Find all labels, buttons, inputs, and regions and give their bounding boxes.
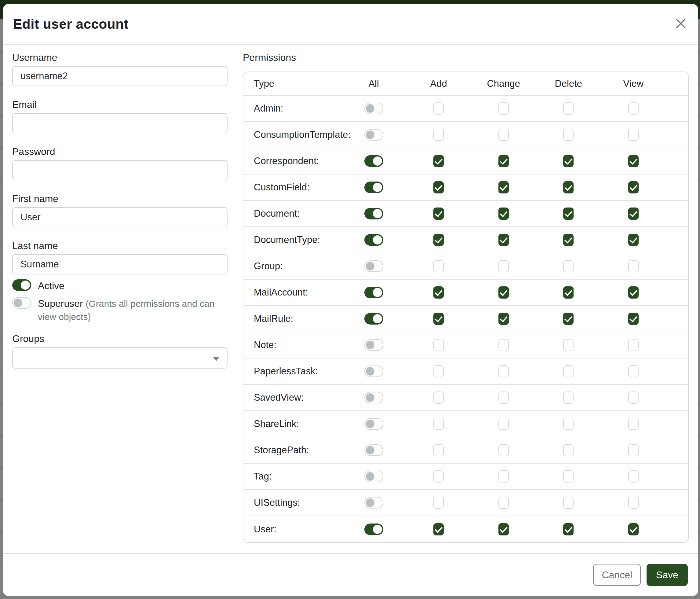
permission-type-label: SavedView:: [243, 384, 341, 411]
permission-all-toggle[interactable]: [364, 287, 383, 298]
permission-add-checkbox[interactable]: [433, 234, 444, 246]
permission-add-checkbox[interactable]: [433, 470, 444, 483]
permission-delete-checkbox[interactable]: [563, 260, 574, 272]
username-input[interactable]: [12, 66, 227, 86]
permission-delete-checkbox[interactable]: [563, 286, 574, 298]
first-name-field[interactable]: [12, 207, 227, 227]
permission-change-checkbox[interactable]: [498, 365, 509, 378]
permission-view-checkbox[interactable]: [628, 365, 639, 378]
permission-delete-checkbox[interactable]: [563, 391, 574, 404]
permission-view-checkbox[interactable]: [628, 260, 639, 272]
superuser-toggle[interactable]: [12, 297, 31, 309]
permission-change-checkbox[interactable]: [498, 102, 509, 115]
permission-row: SavedView:: [243, 384, 688, 411]
permission-delete-checkbox[interactable]: [563, 181, 574, 193]
permission-all-toggle[interactable]: [364, 392, 383, 403]
permission-add-checkbox[interactable]: [433, 391, 444, 404]
password-field[interactable]: [12, 160, 227, 180]
permission-change-checkbox[interactable]: [498, 470, 509, 483]
permission-change-checkbox[interactable]: [498, 181, 509, 193]
permission-add-checkbox[interactable]: [433, 129, 444, 141]
permission-all-toggle[interactable]: [364, 339, 383, 351]
permission-add-checkbox[interactable]: [433, 208, 444, 220]
active-toggle[interactable]: [12, 279, 31, 291]
permission-view-checkbox[interactable]: [628, 155, 639, 167]
permission-delete-checkbox[interactable]: [563, 365, 574, 378]
permission-delete-checkbox[interactable]: [563, 129, 574, 141]
permission-all-toggle[interactable]: [364, 445, 383, 456]
permission-change-checkbox[interactable]: [498, 339, 509, 351]
permission-all-toggle[interactable]: [364, 129, 383, 141]
permission-delete-checkbox[interactable]: [563, 102, 574, 115]
permission-all-toggle[interactable]: [364, 313, 383, 325]
permission-add-checkbox[interactable]: [433, 286, 444, 298]
permission-change-checkbox[interactable]: [498, 497, 509, 509]
permission-all-toggle[interactable]: [364, 182, 383, 193]
permission-row: MailRule:: [243, 306, 688, 332]
permission-add-checkbox[interactable]: [433, 523, 444, 535]
permission-add-checkbox[interactable]: [433, 444, 444, 456]
permission-change-checkbox[interactable]: [498, 208, 509, 220]
save-button[interactable]: Save: [647, 564, 688, 586]
permission-change-checkbox[interactable]: [498, 234, 509, 246]
permission-add-checkbox[interactable]: [433, 497, 444, 509]
permission-all-toggle[interactable]: [364, 497, 383, 508]
permission-change-checkbox[interactable]: [498, 444, 509, 456]
permission-view-checkbox[interactable]: [628, 391, 639, 404]
permission-all-toggle[interactable]: [364, 524, 383, 535]
permission-add-checkbox[interactable]: [433, 155, 444, 167]
groups-select[interactable]: [12, 347, 227, 368]
permission-view-checkbox[interactable]: [628, 470, 639, 483]
cancel-button[interactable]: Cancel: [593, 564, 641, 586]
permission-add-checkbox[interactable]: [433, 365, 444, 378]
permission-delete-checkbox[interactable]: [563, 155, 574, 167]
permission-all-toggle[interactable]: [364, 103, 383, 114]
permission-view-checkbox[interactable]: [628, 102, 639, 115]
permission-add-checkbox[interactable]: [433, 102, 444, 115]
permission-change-checkbox[interactable]: [498, 391, 509, 404]
permission-delete-checkbox[interactable]: [563, 444, 574, 456]
permission-delete-checkbox[interactable]: [563, 313, 574, 325]
permission-add-checkbox[interactable]: [433, 313, 444, 325]
permission-delete-checkbox[interactable]: [563, 208, 574, 220]
permission-all-toggle[interactable]: [364, 365, 383, 377]
permission-change-checkbox[interactable]: [498, 523, 509, 535]
permission-add-checkbox[interactable]: [433, 339, 444, 351]
permission-change-checkbox[interactable]: [498, 418, 509, 430]
permission-all-toggle[interactable]: [364, 234, 383, 246]
permission-view-checkbox[interactable]: [628, 497, 639, 509]
permission-change-checkbox[interactable]: [498, 260, 509, 272]
permission-all-toggle[interactable]: [364, 208, 383, 219]
permission-delete-checkbox[interactable]: [563, 497, 574, 509]
permission-add-checkbox[interactable]: [433, 181, 444, 193]
permission-all-toggle[interactable]: [364, 155, 383, 167]
permission-row: User:: [243, 516, 688, 542]
permission-view-checkbox[interactable]: [628, 234, 639, 246]
permission-all-toggle[interactable]: [364, 260, 383, 272]
permission-view-checkbox[interactable]: [628, 523, 639, 535]
permission-delete-checkbox[interactable]: [563, 418, 574, 430]
permission-delete-checkbox[interactable]: [563, 523, 574, 535]
permission-view-checkbox[interactable]: [628, 444, 639, 456]
permission-delete-checkbox[interactable]: [563, 234, 574, 246]
permission-view-checkbox[interactable]: [628, 418, 639, 430]
permission-view-checkbox[interactable]: [628, 129, 639, 141]
permission-view-checkbox[interactable]: [628, 286, 639, 298]
permission-change-checkbox[interactable]: [498, 129, 509, 141]
close-button[interactable]: [674, 17, 688, 31]
permission-add-checkbox[interactable]: [433, 418, 444, 430]
permission-change-checkbox[interactable]: [498, 286, 509, 298]
permission-all-toggle[interactable]: [364, 471, 383, 482]
email-field[interactable]: [12, 113, 227, 133]
permission-view-checkbox[interactable]: [628, 313, 639, 325]
permission-view-checkbox[interactable]: [628, 181, 639, 193]
permission-all-toggle[interactable]: [364, 418, 383, 430]
permission-change-checkbox[interactable]: [498, 155, 509, 167]
last-name-field[interactable]: [12, 254, 227, 274]
permission-delete-checkbox[interactable]: [563, 470, 574, 483]
permission-delete-checkbox[interactable]: [563, 339, 574, 351]
permission-add-checkbox[interactable]: [433, 260, 444, 272]
permission-view-checkbox[interactable]: [628, 208, 639, 220]
permission-view-checkbox[interactable]: [628, 339, 639, 351]
permission-change-checkbox[interactable]: [498, 313, 509, 325]
